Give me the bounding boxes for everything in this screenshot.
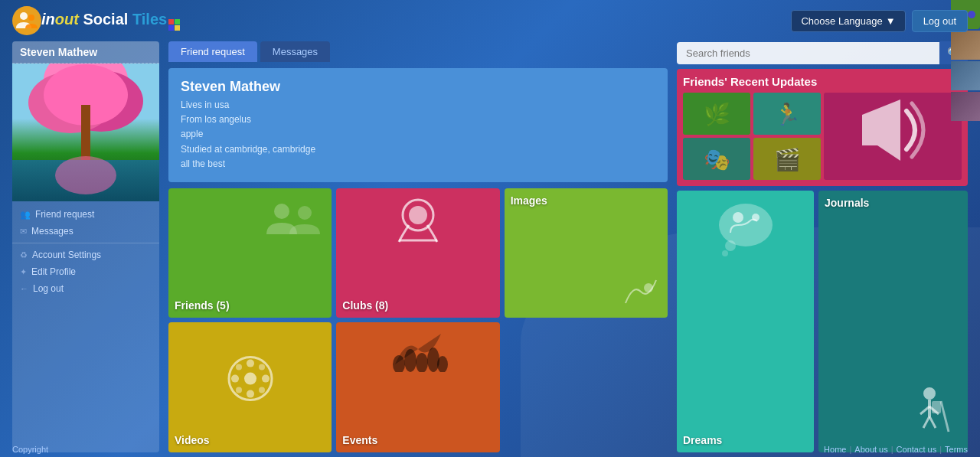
profile-tile: Steven Mathew Lives in usa From los ange…	[168, 68, 668, 182]
choose-language-button[interactable]: Choose Language ▼	[791, 10, 905, 32]
svg-point-1	[28, 15, 34, 21]
sidebar-friend-request-label: Friend request	[35, 209, 94, 220]
tile-videos[interactable]: Videos	[168, 322, 332, 452]
logout-button[interactable]: Log out	[912, 10, 968, 32]
update-cell-3[interactable]: 🎭	[683, 138, 750, 180]
svg-rect-37	[932, 401, 941, 413]
recent-updates-title: Friends' Recent Updates	[683, 75, 962, 88]
bottom-row: Dreams Journals	[677, 191, 968, 452]
update-speaker-cell[interactable]	[824, 93, 962, 180]
speaker-icon	[854, 96, 931, 177]
footer-sep-1: |	[849, 445, 851, 454]
profile-tile-info: Lives in usa From los angelus apple Stud…	[181, 98, 655, 171]
svg-point-10	[244, 373, 256, 385]
tab-friend-request[interactable]: Friend request	[168, 41, 257, 62]
friend-request-icon: 👥	[20, 210, 31, 220]
profile-line-2: From los angelus	[181, 113, 655, 127]
svg-line-36	[941, 401, 949, 432]
svg-point-11	[247, 360, 254, 367]
svg-point-0	[20, 12, 28, 20]
svg-point-20	[404, 349, 416, 372]
update-cell-1[interactable]: 🌿	[683, 93, 750, 135]
main-layout: Steven Mathew 👥 Friend request ✉ Message…	[0, 41, 980, 452]
svg-point-15	[236, 364, 242, 370]
header: in out Social Tiles Choose Language ▼ Lo…	[0, 0, 980, 41]
footer-sep-3: |	[939, 445, 942, 454]
sidebar-logout-label: Log out	[33, 283, 64, 294]
footer-about-link[interactable]: About us	[854, 445, 887, 454]
footer-contact-link[interactable]: Contact us	[897, 445, 937, 454]
tile-videos-label: Videos	[175, 434, 210, 446]
profile-name: Steven Mathew	[12, 41, 159, 64]
messages-icon: ✉	[20, 227, 27, 237]
sidebar-friend-request[interactable]: 👥 Friend request	[12, 206, 159, 223]
svg-point-13	[231, 375, 239, 383]
update-cell-2[interactable]: 🏃	[753, 93, 821, 135]
svg-point-22	[427, 348, 439, 372]
search-input[interactable]	[677, 42, 939, 64]
tile-dreams[interactable]: Dreams	[677, 191, 814, 452]
svg-point-17	[259, 364, 265, 370]
footer-terms-link[interactable]: Terms	[945, 445, 968, 454]
logo-area: in out Social Tiles	[12, 6, 180, 35]
friends-icon	[263, 196, 324, 242]
profile-tile-name: Steven Mathew	[181, 79, 655, 95]
brand-out-text: out	[55, 11, 79, 28]
tile-friends[interactable]: Friends (5)	[168, 188, 332, 318]
sidebar-account-settings[interactable]: ♻ Account Settings	[12, 246, 159, 263]
tab-messages[interactable]: Messages	[260, 41, 330, 62]
brand-grid	[168, 19, 180, 31]
sidebar-edit-profile-label: Edit Profile	[31, 266, 76, 277]
search-bar: 🔍	[677, 41, 968, 64]
svg-point-30	[923, 387, 936, 400]
center-content: Friend request Messages Steven Mathew Li…	[168, 41, 668, 452]
svg-point-8	[644, 283, 653, 292]
left-sidebar: Steven Mathew 👥 Friend request ✉ Message…	[12, 41, 159, 452]
update-icon-3: 🎭	[704, 146, 730, 171]
clubs-icon	[387, 196, 449, 249]
tile-clubs[interactable]: Clubs (8)	[336, 188, 499, 318]
svg-point-12	[247, 390, 254, 398]
sidebar-messages[interactable]: ✉ Messages	[12, 223, 159, 240]
tile-events[interactable]: Events	[336, 322, 499, 452]
update-cell-4[interactable]: 🎬	[753, 138, 821, 180]
tile-images[interactable]: Images	[505, 188, 668, 318]
sidebar-logout[interactable]: ← Log out	[12, 280, 159, 297]
profile-line-4: Studied at cambridge, cambridge	[181, 142, 655, 157]
sidebar-nav: 👥 Friend request ✉ Messages ♻ Account Se…	[12, 201, 159, 302]
images-decoration	[622, 276, 660, 310]
tree-reflection	[55, 156, 116, 194]
tile-dreams-label: Dreams	[683, 434, 722, 446]
tree-trunk	[81, 105, 90, 160]
svg-point-23	[437, 356, 448, 372]
right-column: 🔍 Friends' Recent Updates 🌿 🏃	[677, 41, 968, 452]
svg-point-7	[409, 206, 427, 224]
avatar-2[interactable]	[951, 61, 980, 90]
edit-profile-icon: ✦	[20, 267, 27, 277]
svg-line-34	[923, 416, 929, 428]
sidebar-account-settings-label: Account Settings	[32, 250, 101, 260]
svg-point-29	[752, 214, 760, 221]
svg-point-5	[298, 206, 312, 220]
footer-sep-2: |	[891, 445, 893, 454]
sidebar-divider-1	[12, 243, 159, 243]
footer-links: Home | About us | Contact us | Terms	[824, 445, 968, 454]
avatar-3[interactable]	[951, 92, 980, 121]
svg-point-28	[733, 212, 743, 223]
footer-home-link[interactable]: Home	[824, 445, 846, 454]
profile-photo	[12, 64, 159, 201]
tree-image	[12, 64, 159, 201]
dreams-icon	[711, 198, 780, 270]
svg-point-16	[259, 387, 265, 393]
sidebar-edit-profile[interactable]: ✦ Edit Profile	[12, 263, 159, 280]
svg-line-35	[929, 416, 936, 428]
tile-events-label: Events	[342, 434, 377, 446]
tile-clubs-label: Clubs (8)	[342, 299, 388, 312]
tile-journals[interactable]: Journals	[818, 191, 968, 452]
video-reel-icon	[227, 356, 273, 409]
tile-journals-label: Journals	[825, 197, 869, 209]
svg-point-14	[262, 375, 270, 383]
svg-point-21	[416, 353, 428, 372]
tiles-grid: Friends (5) Clubs (8) Images	[168, 188, 668, 452]
brand-tiles-label: Tiles	[132, 11, 167, 28]
